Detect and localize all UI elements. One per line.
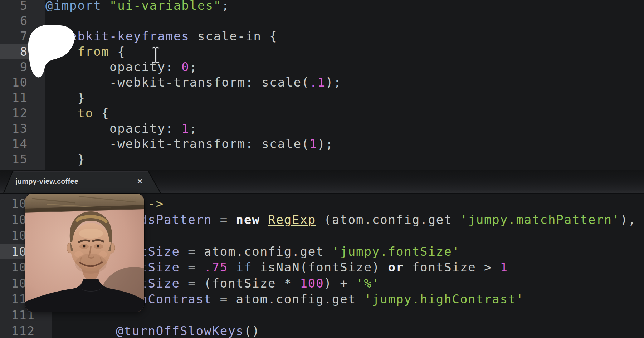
code-token: = bbox=[188, 260, 196, 274]
code-line[interactable]: -webkit-transform: scale(.1); bbox=[0, 75, 644, 90]
code-token bbox=[180, 260, 188, 274]
code-token: = bbox=[220, 212, 228, 227]
code-token: ; bbox=[190, 121, 197, 136]
top-editor-pane[interactable]: 56789101112131415@import "ui-variables";… bbox=[0, 0, 644, 170]
code-line[interactable]: } bbox=[0, 152, 644, 167]
code-line[interactable]: from { bbox=[0, 44, 644, 59]
code-token: "ui-variables" bbox=[109, 0, 221, 13]
code-token: 'jumpy.matchPattern' bbox=[460, 212, 620, 227]
code-token: '%' bbox=[356, 276, 380, 290]
code-line[interactable]: @-webkit-keyframes scale-in { bbox=[0, 29, 644, 44]
code-token bbox=[52, 324, 116, 338]
code-line[interactable]: -webkit-transform: scale(1); bbox=[0, 136, 644, 152]
code-line[interactable]: opacity: 1; bbox=[0, 121, 644, 136]
code-token: @turnOffSlowKeys bbox=[116, 324, 244, 338]
code-token: if bbox=[236, 260, 252, 274]
code-token bbox=[212, 212, 220, 227]
avatar-portrait-image bbox=[25, 194, 144, 312]
code-token: (atom.config.get bbox=[316, 212, 460, 227]
code-token bbox=[196, 260, 204, 274]
code-token bbox=[180, 276, 188, 290]
code-token: 0 bbox=[181, 60, 189, 74]
atom-editor-window: 56789101112131415@import "ui-variables";… bbox=[0, 0, 644, 338]
tab-close-icon[interactable]: ✕ bbox=[132, 170, 147, 193]
code-token: .1 bbox=[309, 75, 326, 89]
code-token: 1 bbox=[500, 260, 508, 274]
code-token: isNaN(fontSize) bbox=[252, 260, 388, 274]
code-token bbox=[228, 260, 236, 274]
code-token bbox=[212, 292, 220, 306]
code-token: to bbox=[77, 106, 93, 120]
code-token: { bbox=[93, 106, 109, 120]
code-line[interactable]: @import "ui-variables"; bbox=[0, 0, 644, 13]
code-line[interactable]: } bbox=[0, 90, 644, 106]
code-token: -webkit-transform: scale( bbox=[45, 75, 309, 89]
code-line[interactable] bbox=[0, 13, 644, 29]
code-token bbox=[102, 0, 109, 13]
code-token: (fontSize * bbox=[196, 276, 300, 290]
code-line[interactable]: to { bbox=[0, 106, 644, 121]
code-token: opacity: bbox=[45, 121, 181, 136]
code-token: ), bbox=[620, 212, 636, 227]
code-line[interactable]: opacity: 0; bbox=[0, 59, 644, 75]
code-token: @-webkit-keyframes bbox=[45, 29, 190, 43]
code-token: ; bbox=[190, 60, 197, 74]
code-token: 1 bbox=[309, 137, 317, 151]
code-token: new bbox=[236, 212, 260, 227]
code-token: } bbox=[45, 152, 86, 166]
code-token: ); bbox=[318, 137, 334, 151]
code-token bbox=[45, 44, 77, 59]
code-line[interactable]: @turnOffSlowKeys() bbox=[0, 323, 644, 338]
code-token: { bbox=[109, 44, 126, 59]
code-token: opacity: bbox=[45, 60, 181, 74]
code-token: = bbox=[220, 292, 228, 306]
code-lines: @import "ui-variables";@-webkit-keyframe… bbox=[0, 0, 644, 167]
code-token: ); bbox=[326, 75, 342, 89]
code-token: -> bbox=[148, 196, 164, 211]
code-token: -webkit-transform: scale( bbox=[45, 137, 309, 151]
code-token: = bbox=[188, 244, 196, 259]
code-token: or bbox=[388, 260, 404, 274]
code-token bbox=[260, 212, 268, 227]
code-token: ) + bbox=[324, 276, 356, 290]
code-token: } bbox=[45, 90, 86, 105]
code-token bbox=[228, 212, 236, 227]
code-token: atom.config.get bbox=[228, 292, 364, 306]
code-token: RegExp bbox=[268, 212, 316, 227]
code-token: atom.config.get bbox=[196, 244, 332, 259]
code-token: = bbox=[188, 276, 196, 290]
code-token: fontSize > bbox=[404, 260, 500, 274]
code-token bbox=[180, 244, 188, 259]
code-token: 'jumpy.fontSize' bbox=[332, 244, 460, 259]
code-token: .75 bbox=[204, 260, 228, 274]
code-token bbox=[45, 106, 77, 120]
code-token: from bbox=[77, 44, 109, 59]
code-token: 1 bbox=[181, 121, 189, 136]
avatar bbox=[25, 194, 144, 312]
code-token: @import bbox=[45, 0, 102, 13]
code-token: () bbox=[244, 324, 260, 338]
tab-bar: jumpy-view.coffee ✕ bbox=[0, 170, 644, 193]
code-token: ; bbox=[221, 0, 229, 13]
code-token: 'jumpy.highContrast' bbox=[364, 292, 524, 306]
tab-title: jumpy-view.coffee bbox=[15, 170, 78, 193]
code-token: 100 bbox=[300, 276, 324, 290]
code-token: scale-in { bbox=[190, 29, 278, 43]
